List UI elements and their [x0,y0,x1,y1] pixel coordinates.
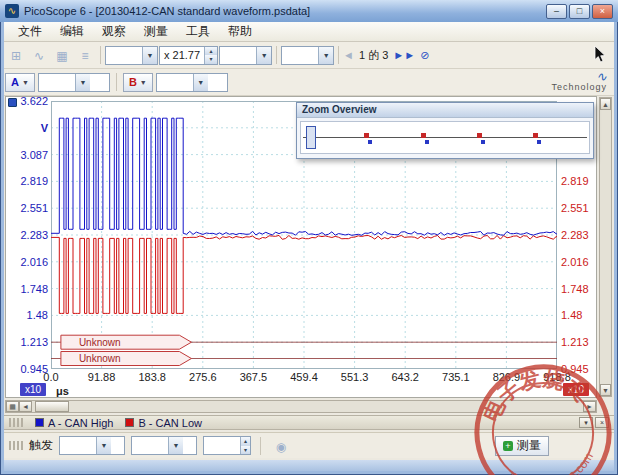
title-bar[interactable]: ∿ PicoScope 6 - [20130412-CAN standard w… [0,0,618,22]
x-axis-label: 918.8 [535,371,579,383]
drag-grip[interactable] [9,441,23,450]
scroll-left-icon[interactable]: ◄ [19,401,32,412]
x-axis-label: 551.3 [333,371,377,383]
zoom-factor-spinner[interactable]: x 21.77▴▾ [159,46,218,65]
persistence-view-icon[interactable]: ▦ [51,45,73,65]
channel-a-button[interactable]: A▼ [5,73,35,92]
zoom-overview-body[interactable] [300,121,590,154]
buffer-indicator: 1 的 3 [359,48,388,63]
menu-item-views[interactable]: 观察 [93,21,135,42]
zoom-marker-red[interactable] [533,133,538,138]
spin-down-icon[interactable]: ▾ [241,446,250,455]
vertical-scrollbar[interactable]: ▲ ▼ [599,97,612,397]
spin-down-icon[interactable]: ▾ [205,55,217,64]
chevron-down-icon: ▼ [96,437,111,454]
scroll-down-icon[interactable]: ▼ [600,384,611,396]
x-axis-label: 735.1 [434,371,478,383]
probe-x10-badge-b: x10 [563,383,589,396]
y-axis-label-left: 2.551 [8,202,48,214]
zoom-overview-window[interactable]: Zoom Overview [296,102,594,159]
legend-bar: A - CAN High B - CAN Low ▾ × [3,415,615,430]
chevron-down-icon: ▼ [22,79,29,86]
y-axis-label-left: 2.283 [8,229,48,241]
measurements-button[interactable]: + 测量 [495,436,549,456]
chevron-down-icon: ▼ [256,47,271,64]
y-axis-label-left: 1.748 [8,283,48,295]
window-bottom-frame [0,460,618,475]
maximize-button[interactable]: □ [569,4,590,19]
legend-channel-b[interactable]: B - CAN Low [125,417,202,429]
channel-b-range-select[interactable]: ▼ [156,73,228,92]
zoom-region-handle[interactable] [306,126,316,149]
chevron-down-icon: ▼ [193,74,208,91]
channels-toolbar: A▼ ▼ B▼ ▼ ∿ Technology [1,69,617,96]
menu-item-help[interactable]: 帮助 [219,21,261,42]
samples-select[interactable]: ▼ [219,46,272,65]
legend-swatch-a [35,418,44,427]
x-axis-label: 367.5 [231,371,275,383]
pico-logo: ∿ Technology [551,72,613,92]
next-buffer-icon[interactable]: ►► [393,49,415,61]
scrollbar-thumb[interactable] [35,401,69,412]
resolution-select[interactable]: ▼ [281,46,334,65]
pico-swoosh-icon: ∿ [551,72,607,82]
close-button[interactable]: × [592,4,613,19]
camera-icon[interactable]: ◉ [270,436,292,456]
x-axis-label: 826.9 [484,371,528,383]
trigger-toolbar: 触发 ▼ ▼ ▴▾ ◉ + 测量 [3,432,615,458]
spin-up-icon[interactable]: ▴ [241,437,250,446]
x-axis-label: 459.4 [282,371,326,383]
y-axis-label-right: 1.748 [561,283,596,295]
menu-item-measurements[interactable]: 测量 [135,21,177,42]
trigger-source-select[interactable]: ▼ [131,436,197,455]
chevron-down-icon: ▼ [75,74,90,91]
x-axis-label: 643.2 [383,371,427,383]
separator [100,46,101,64]
drag-grip[interactable] [9,418,23,427]
menu-item-file[interactable]: 文件 [9,21,51,42]
channel-a-range-select[interactable]: ▼ [38,73,110,92]
add-view-icon[interactable]: ≡ [74,45,96,65]
y-axis-label-right: 1.213 [561,336,596,348]
scroll-right-icon[interactable]: ► [583,401,596,412]
spectrum-view-icon[interactable]: ∿ [28,45,50,65]
zoom-marker-red[interactable] [421,133,426,138]
y-axis-label-left: 3.622 [8,95,48,107]
timebase-select[interactable]: ▼ [105,46,158,65]
zoom-marker-red[interactable] [477,133,482,138]
zoom-marker-blue [368,140,372,144]
buffer-overview-icon[interactable]: ⊘ [420,49,429,62]
main-toolbar: ⊞ ∿ ▦ ≡ ▼ x 21.77▴▾ ▼ ▼ ◄ 1 的 3 ►► ⊘ [1,42,617,69]
y-axis-label-right: 2.551 [561,202,596,214]
prev-buffer-icon[interactable]: ◄ [343,49,354,61]
app-icon: ∿ [5,4,19,18]
y-axis-label-right: 2.819 [561,175,596,187]
x-axis-label: 183.8 [130,371,174,383]
x-axis-unit: μs [56,385,69,397]
y-axis-unit: V [8,122,48,134]
panel-close-icon[interactable]: × [595,417,609,428]
menu-item-edit[interactable]: 编辑 [51,21,93,42]
scroll-grip-icon[interactable]: ▦ [6,401,19,412]
zoom-marker-red[interactable] [364,133,369,138]
spin-up-icon[interactable]: ▴ [205,47,217,56]
panel-collapse-icon[interactable]: ▾ [579,417,593,428]
window-title: PicoScope 6 - [20130412-CAN standard wav… [24,5,310,17]
minimize-button[interactable]: – [546,4,567,19]
trigger-mode-select[interactable]: ▼ [59,436,125,455]
scope-view-icon[interactable]: ⊞ [5,45,27,65]
trigger-threshold-spinner[interactable]: ▴▾ [203,436,251,455]
y-axis-label-right: 2.283 [561,229,596,241]
legend-channel-a[interactable]: A - CAN High [35,417,113,429]
zoom-overview-title[interactable]: Zoom Overview [297,103,593,118]
menu-item-tools[interactable]: 工具 [177,21,219,42]
y-axis-label-left: 2.016 [8,256,48,268]
picoscope-window: ∿ PicoScope 6 - [20130412-CAN standard w… [0,0,618,475]
menu-bar: 文件 编辑 观察 测量 工具 帮助 [1,22,617,42]
chevron-down-icon: ▼ [168,437,183,454]
channel-b-button[interactable]: B▼ [123,73,153,92]
zoom-marker-blue [425,140,429,144]
add-measurement-icon: + [503,441,513,451]
horizontal-scrollbar[interactable]: ▦ ◄ ► [5,400,597,413]
scroll-up-icon[interactable]: ▲ [600,98,611,110]
